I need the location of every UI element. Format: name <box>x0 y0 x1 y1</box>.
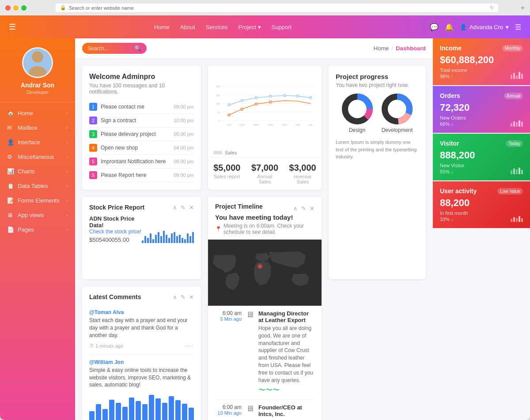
stat-income: Income Monthly $60,888,200 Total income … <box>433 38 530 85</box>
nav-home[interactable]: Home <box>154 24 170 30</box>
notif-time-6: 09:00 pm <box>174 172 194 178</box>
stat-orders-header: Orders Annual <box>440 92 523 99</box>
sidebar-item-datatables[interactable]: 📋 Data Tables ‹ <box>0 179 75 193</box>
comments-controls[interactable]: ∧ ✎ ✕ <box>173 294 194 300</box>
chat-icon[interactable]: 💬 <box>430 23 439 31</box>
notif-text-5: Improntant Notification here <box>101 158 170 165</box>
breadcrumb: Home / Dashboard <box>374 45 426 52</box>
sales-label-2: Annual Sales <box>251 174 279 184</box>
stat-activity-change: 33% ↓ <box>440 217 468 222</box>
comment-time-1: ⏱ 1 minuts ago <box>89 343 123 349</box>
settings-icon[interactable]: ✎ <box>181 294 186 300</box>
sidebar-label-interface: Interface <box>18 139 40 146</box>
user-menu[interactable]: 👤 Advanda Cro ▾ <box>460 24 509 30</box>
search-input[interactable]: Search... <box>87 45 132 52</box>
sidebar-item-home[interactable]: 🏠 Home ‹ <box>0 106 75 120</box>
mail-icon: ✉ <box>7 124 14 131</box>
stat-visitor-label: New Visitor <box>440 163 464 168</box>
close-icon[interactable]: ✕ <box>189 294 194 300</box>
sales-card: 200 150 100 50 0 JAN FEB MAR APR MAY JUN <box>208 66 322 190</box>
mini-bar <box>162 403 167 420</box>
sidebar-item-appviews[interactable]: 🖥 App views ‹ <box>0 208 75 222</box>
notification-icon[interactable]: 🔔 <box>445 23 454 31</box>
stat-activity-title: User activity <box>440 188 477 195</box>
svg-text:JUL: JUL <box>308 124 313 126</box>
comment-text-2: Simple & easy online tools to increase t… <box>89 367 194 389</box>
top-bar: Search... 🔍 Home / Dashboard <box>75 38 433 59</box>
content-inner: Andrar Son Developer 🏠 Home ‹ ✉ Mailbox <box>0 38 530 420</box>
search-icon[interactable]: 🔍 <box>134 45 141 52</box>
notif-text-1: Please contact me <box>101 104 170 110</box>
svg-text:200: 200 <box>216 85 220 88</box>
stock-controls[interactable]: ∧ ✎ ✕ <box>173 204 194 211</box>
url-bar[interactable]: 🔒 Search or enter website name ↻ <box>56 4 498 12</box>
sidebar-item-mailbox[interactable]: ✉ Mailbox ‹ <box>0 120 75 135</box>
msg-mins-1: 5 Min ago <box>215 316 242 322</box>
notif-item-5: 5 Improntant Notification here 09:00 pm <box>89 155 194 169</box>
minimize-dot[interactable] <box>13 5 19 11</box>
breadcrumb-current: Dashboard <box>396 45 426 52</box>
breadcrumb-home[interactable]: Home <box>374 45 389 52</box>
stat-income-title: Income <box>440 45 462 52</box>
hamburger-button[interactable]: ☰ <box>9 22 16 32</box>
settings-icon[interactable]: ✎ <box>181 204 186 211</box>
sidebar-item-interface[interactable]: 👤 Interface ‹ <box>0 135 75 150</box>
sidebar-item-forms[interactable]: 📝 Forms Elements ‹ <box>0 193 75 208</box>
timeline-controls[interactable]: ∧ ✎ ✕ <box>293 205 314 212</box>
nav-about[interactable]: About <box>180 24 195 30</box>
progress-desc: Lorem Ipsum is simply dummy one text of … <box>336 139 419 161</box>
mini-bar <box>116 403 121 420</box>
comment-author-2: @William Jon <box>89 359 194 365</box>
settings-icon[interactable]: ✎ <box>301 205 306 212</box>
sidebar-item-miscellaneous[interactable]: ⚙ Miscellaneous ‹ <box>0 150 75 164</box>
sidebar-item-charts[interactable]: 📊 Charts ‹ <box>0 164 75 179</box>
svg-point-1 <box>32 51 43 63</box>
sidebar-label-charts: Charts <box>18 168 34 175</box>
sidebar-label-pages: Pages <box>18 226 34 233</box>
maximize-dot[interactable] <box>21 5 26 11</box>
stock-link[interactable]: Check the stock price! <box>89 229 142 235</box>
sidebar-label-home: Home <box>18 110 33 116</box>
user-chevron-icon: ▾ <box>506 24 509 30</box>
collapse-icon[interactable]: ∧ <box>173 294 177 300</box>
notif-time-5: 09:00 pm <box>174 159 194 164</box>
sales-chart: 200 150 100 50 0 JAN FEB MAR APR MAY JUN <box>213 71 316 142</box>
stat-visitor-header: Visitor Today <box>440 140 523 147</box>
stat-activity-header: User activity Low Value <box>440 188 523 195</box>
collapse-icon[interactable]: ∧ <box>293 205 298 212</box>
chevron-icon: ‹ <box>67 140 68 145</box>
nav-project[interactable]: Project ▾ <box>238 24 261 30</box>
stock-bar <box>152 239 154 243</box>
sidebar-item-pages[interactable]: 📄 Pages ‹ <box>0 222 75 237</box>
stat-visitor-graph <box>511 168 523 174</box>
close-icon[interactable]: ✕ <box>310 205 314 212</box>
sales-stat-1: $5,000 Sales report <box>208 158 246 190</box>
sales-label-1: Sales report <box>213 174 241 179</box>
notif-num-5: 5 <box>89 158 97 165</box>
comment-more-1[interactable]: ··· <box>186 342 194 350</box>
chevron-icon: ‹ <box>67 169 68 174</box>
search-bar[interactable]: Search... 🔍 <box>82 43 147 54</box>
stock-bar <box>174 232 175 243</box>
svg-point-27 <box>269 95 272 98</box>
msg-body-1: Managing Director at Leather Export Hope… <box>258 310 314 395</box>
collapse-icon[interactable]: ∧ <box>173 204 177 211</box>
nav-support[interactable]: Support <box>272 24 292 30</box>
sidebar-label-forms: Forms Elements <box>18 197 60 204</box>
svg-point-23 <box>269 101 272 103</box>
close-dot[interactable] <box>5 5 11 11</box>
stock-bar <box>168 238 170 243</box>
stock-bar <box>182 238 183 243</box>
menu-icon[interactable]: ☰ <box>515 23 521 31</box>
stat-visitor-badge: Today <box>506 140 523 147</box>
nav-services[interactable]: Services <box>206 24 228 30</box>
mini-bar <box>149 395 154 420</box>
comment-text-1: Start each day with a prayer and end you… <box>89 317 194 339</box>
msg-mins-2: 10 Min ago <box>215 410 242 416</box>
notif-text-6: Please Report here <box>101 172 170 178</box>
new-tab-button[interactable]: + <box>521 4 525 12</box>
close-icon[interactable]: ✕ <box>189 204 194 211</box>
welcome-subtitle: You have 100 messages and 10 notificatio… <box>89 82 194 95</box>
chevron-icon: ‹ <box>67 154 68 159</box>
svg-point-39 <box>257 263 263 269</box>
